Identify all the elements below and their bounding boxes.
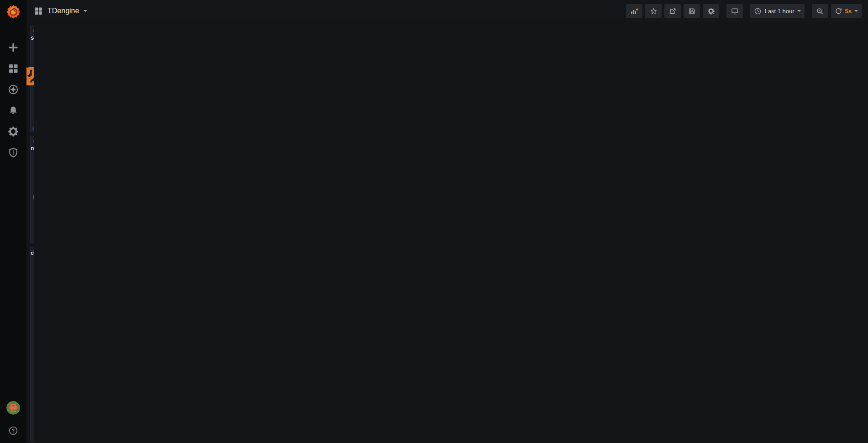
save-dashboard-button[interactable] (684, 4, 700, 18)
zoom-out-icon (816, 7, 824, 15)
time-range-caret-icon (797, 10, 801, 12)
dashboard-grid-icon (34, 6, 43, 16)
sidebar-server-admin-button[interactable] (8, 147, 19, 158)
sidebar-alerting-button[interactable] (8, 105, 19, 116)
grafana-app: ? TDengine Last 1 hour (0, 0, 868, 443)
main-area: TDengine Last 1 hour 5s (26, 0, 868, 443)
configuration-gear-icon (8, 126, 19, 137)
star-dashboard-button[interactable] (645, 4, 662, 18)
panel-info-icon[interactable]: i (33, 27, 34, 32)
save-floppy-icon (688, 7, 696, 15)
title-caret-icon[interactable] (84, 10, 87, 12)
svg-text:?: ? (12, 428, 15, 433)
grafana-logo-icon (5, 4, 21, 20)
panel-body: 使用占比 18:1018:1518:2018:2518:3018:3518:40… (31, 259, 34, 442)
cycle-view-button[interactable] (726, 4, 743, 18)
grafana-logo[interactable] (0, 0, 26, 24)
help-button[interactable]: ? (8, 426, 18, 436)
singlestat-value: 233 次数/min (26, 63, 34, 90)
panel-info-icon[interactable]: i (33, 137, 34, 143)
star-icon (650, 7, 658, 15)
add-panel-icon (630, 7, 639, 16)
dashboards-grid-icon (8, 63, 19, 74)
sidebar-create-button[interactable] (8, 42, 19, 53)
alerting-bell-icon (8, 105, 19, 116)
user-avatar[interactable] (6, 401, 20, 415)
dashboard-title[interactable]: TDengine (47, 7, 79, 15)
add-panel-button[interactable] (626, 4, 642, 18)
navbar-right: Last 1 hour 5s (623, 4, 862, 18)
clock-icon (754, 7, 762, 15)
refresh-interval-label: 5s (845, 8, 852, 15)
navbar: TDengine Last 1 hour 5s (26, 0, 868, 22)
panel-cpu-system: i cpu_system 使用占比 18:1018:1518:2018:2518… (30, 247, 34, 442)
sidebar-configuration-button[interactable] (8, 126, 19, 137)
sidebar: ? (0, 0, 26, 443)
panel-taosd-memery: i taosd memery 08020484096401 MB (30, 136, 34, 243)
sidebar-bottom: ? (6, 401, 20, 436)
sidebar-dashboards-button[interactable] (8, 63, 19, 74)
time-range-label: Last 1 hour (764, 8, 794, 15)
dashboard-settings-button[interactable] (703, 4, 719, 18)
navbar-left: TDengine (34, 6, 87, 16)
zoom-out-button[interactable] (812, 4, 828, 18)
sidebar-explore-button[interactable] (8, 84, 19, 95)
refresh-icon (835, 7, 842, 15)
dashboard: i req select 189 次数/min i req insert (26, 22, 34, 443)
gear-icon (707, 7, 715, 15)
explore-compass-icon (8, 84, 19, 95)
help-question-icon: ? (8, 426, 18, 436)
cpu-system-chart[interactable]: 18:1018:1518:2018:2518:3018:3518:4018:45… (31, 259, 34, 442)
share-dashboard-button[interactable] (664, 4, 681, 18)
refresh-caret-icon (854, 10, 858, 12)
stat-number: 233 (26, 63, 34, 90)
shield-icon (8, 147, 19, 158)
plus-icon (8, 42, 19, 53)
time-range-picker[interactable]: Last 1 hour (750, 4, 804, 18)
monitor-icon (731, 7, 739, 15)
avatar-image (6, 401, 20, 415)
refresh-picker[interactable]: 5s (831, 4, 862, 18)
panel-info-icon[interactable]: i (33, 248, 34, 253)
share-icon (669, 7, 677, 15)
sidebar-nav (8, 42, 19, 401)
gauge-taosd-memery: 08020484096401 MB (31, 148, 34, 243)
